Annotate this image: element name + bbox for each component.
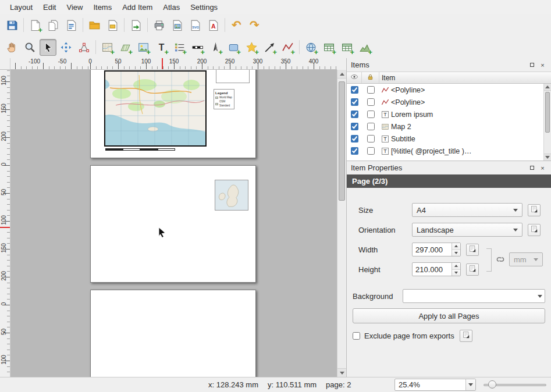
width-spinbox[interactable]: 297.000	[412, 243, 461, 256]
visibility-checkbox[interactable]	[351, 98, 358, 106]
menu-atlas[interactable]: Atlas	[158, 1, 185, 13]
zoom-dropdown-button[interactable]	[465, 379, 475, 390]
add-picture-button[interactable]	[135, 39, 152, 56]
ruler-label: 0	[1, 156, 7, 173]
lock-checkbox[interactable]	[367, 123, 375, 130]
visibility-checkbox[interactable]	[351, 111, 358, 118]
visibility-checkbox[interactable]	[351, 86, 358, 94]
print-button[interactable]	[151, 17, 168, 34]
visibility-checkbox[interactable]	[351, 147, 358, 155]
page-3[interactable]	[90, 290, 256, 377]
move-item-content-button[interactable]	[58, 39, 74, 56]
lock-checkbox[interactable]	[367, 111, 375, 118]
item-row-polyline-1[interactable]: <Polyline>	[347, 84, 551, 96]
legend-item[interactable]: Legend World Map OSM Standard	[214, 89, 234, 109]
scroll-down-button[interactable]	[337, 368, 346, 377]
add-html-button[interactable]	[303, 39, 319, 56]
visibility-checkbox[interactable]	[351, 123, 358, 130]
menu-layout[interactable]: Layout	[5, 1, 38, 13]
width-data-defined-button[interactable]	[466, 244, 479, 256]
title-label-item[interactable]	[216, 70, 250, 83]
canvas-vertical-scrollbar[interactable]	[337, 70, 346, 377]
add-arrow-button[interactable]	[261, 39, 278, 56]
items-list-scrollbar[interactable]	[543, 84, 551, 161]
add-map-button[interactable]	[99, 39, 116, 56]
panel-float-button[interactable]	[528, 60, 536, 69]
map-item-page1[interactable]	[104, 70, 207, 147]
redo-button[interactable]: ↷	[246, 17, 263, 34]
add-node-item-button[interactable]	[279, 39, 296, 56]
lock-checkbox[interactable]	[367, 86, 375, 94]
add-scalebar-button[interactable]	[189, 39, 206, 56]
spin-arrows[interactable]	[452, 263, 460, 276]
toolbar-separator	[124, 18, 125, 32]
scrollbar-thumb[interactable]	[339, 81, 345, 201]
map2-item[interactable]	[215, 180, 248, 211]
select-move-item-button[interactable]	[40, 39, 56, 56]
size-combobox[interactable]: A4	[412, 203, 522, 217]
item-row-subtitle[interactable]: Subtitle	[347, 133, 551, 145]
apply-to-all-pages-button[interactable]: Apply to all Pages	[353, 308, 545, 323]
save-button[interactable]	[3, 17, 20, 34]
orientation-combobox[interactable]: Landscape	[412, 223, 522, 237]
add-items-from-template-button[interactable]	[127, 17, 144, 34]
duplicate-layout-button[interactable]	[45, 17, 62, 34]
new-layout-button[interactable]	[27, 17, 44, 34]
export-pdf-button[interactable]	[205, 17, 222, 34]
item-row-lorem-ipsum[interactable]: Lorem ipsum	[347, 108, 551, 120]
add-legend-button[interactable]	[171, 39, 188, 56]
add-attribute-table-button[interactable]	[321, 39, 337, 56]
height-spinbox[interactable]: 210.000	[412, 262, 461, 276]
layout-canvas[interactable]: Legend World Map OSM Standard	[10, 70, 337, 377]
menu-settings[interactable]: Settings	[185, 1, 223, 13]
export-image-button[interactable]	[169, 17, 186, 34]
item-row-map-2[interactable]: Map 2	[347, 120, 551, 133]
panel-float-button[interactable]	[528, 163, 536, 172]
lock-checkbox[interactable]	[367, 147, 375, 155]
add-north-arrow-button[interactable]	[207, 39, 224, 56]
open-folder-button[interactable]	[86, 17, 103, 34]
menu-items[interactable]: Items	[88, 1, 117, 13]
add-shape-button[interactable]	[225, 39, 242, 56]
add-elevation-profile-button[interactable]	[357, 39, 374, 56]
layout-manager-button[interactable]	[63, 17, 80, 34]
page-2[interactable]	[90, 165, 256, 283]
menu-view[interactable]: View	[61, 1, 88, 13]
undo-button[interactable]: ↶	[228, 17, 245, 34]
visibility-checkbox[interactable]	[351, 135, 358, 142]
panel-close-button[interactable]: ×	[538, 163, 547, 172]
item-row-title-expression[interactable]: [%title( @project_title )…	[347, 145, 551, 157]
lock-checkbox[interactable]	[367, 135, 375, 142]
scalebar-item[interactable]	[105, 147, 176, 152]
edit-nodes-button[interactable]	[76, 39, 93, 56]
menu-edit[interactable]: Edit	[38, 1, 61, 13]
pan-tool-button[interactable]	[3, 39, 20, 56]
lock-checkbox[interactable]	[367, 98, 375, 106]
add-marker-button[interactable]	[243, 39, 260, 56]
panel-close-button[interactable]: ×	[538, 60, 547, 69]
height-data-defined-button[interactable]	[466, 263, 479, 276]
lock-aspect-ratio-icon[interactable]	[495, 254, 506, 265]
spin-arrows[interactable]	[452, 243, 460, 256]
add-label-button[interactable]	[153, 39, 170, 56]
exclude-page-checkbox[interactable]	[353, 332, 360, 340]
zoom-tool-button[interactable]	[22, 39, 38, 56]
menu-add-item[interactable]: Add Item	[117, 1, 158, 13]
add-fixed-table-button[interactable]	[339, 39, 356, 56]
scroll-up-button[interactable]	[337, 70, 346, 79]
zoom-level-combobox[interactable]: 25.4%	[394, 379, 476, 391]
orientation-data-defined-button[interactable]	[528, 224, 541, 236]
slider-handle[interactable]	[488, 380, 496, 389]
add-3d-map-button[interactable]	[117, 39, 134, 56]
item-row-polyline-2[interactable]: <Polyline>	[347, 96, 551, 108]
zoom-slider[interactable]	[484, 379, 546, 391]
page-1[interactable]: Legend World Map OSM Standard	[90, 70, 256, 158]
scrollbar-thumb[interactable]	[545, 92, 550, 133]
save-as-template-button[interactable]	[104, 17, 121, 34]
export-svg-button[interactable]	[187, 17, 204, 34]
background-color-button[interactable]	[403, 289, 545, 303]
scroll-down-button[interactable]	[544, 154, 551, 161]
scroll-up-button[interactable]	[544, 84, 551, 91]
size-data-defined-button[interactable]	[528, 204, 541, 216]
exclude-data-defined-button[interactable]	[460, 330, 472, 342]
